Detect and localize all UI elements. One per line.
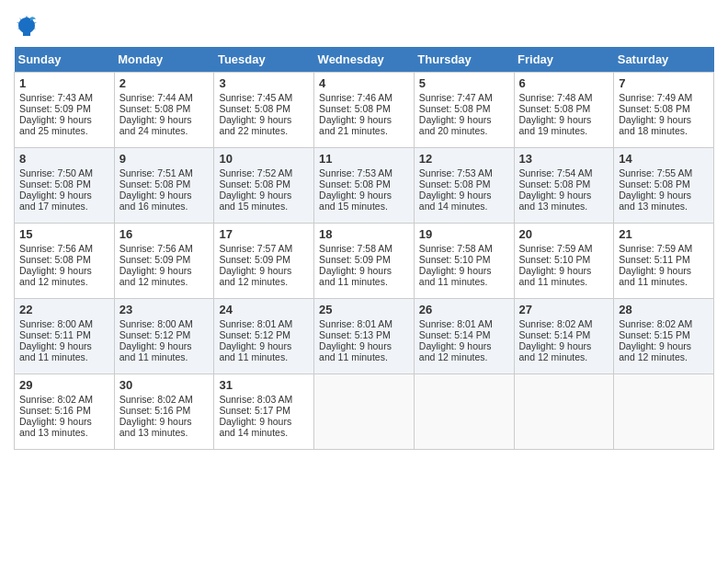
header-cell-thursday: Thursday	[414, 47, 514, 73]
daylight-text: Daylight: 9 hours and 11 minutes.	[219, 340, 291, 362]
sunset-text: Sunset: 5:08 PM	[619, 178, 690, 190]
day-number: 7	[619, 76, 709, 90]
sunset-text: Sunset: 5:08 PM	[319, 178, 391, 190]
sunrise-text: Sunrise: 7:56 AM	[119, 243, 193, 254]
header-cell-wednesday: Wednesday	[314, 47, 415, 73]
day-cell: 22Sunrise: 8:00 AMSunset: 5:11 PMDayligh…	[15, 299, 115, 374]
day-cell: 10Sunrise: 7:52 AMSunset: 5:08 PMDayligh…	[214, 148, 314, 224]
daylight-text: Daylight: 9 hours and 12 minutes.	[619, 340, 691, 362]
sunrise-text: Sunrise: 8:01 AM	[419, 318, 493, 329]
sunrise-text: Sunrise: 7:57 AM	[219, 243, 292, 254]
sunset-text: Sunset: 5:15 PM	[619, 329, 690, 340]
sunset-text: Sunset: 5:17 PM	[219, 405, 290, 416]
sunset-text: Sunset: 5:16 PM	[119, 405, 191, 416]
sunrise-text: Sunrise: 7:45 AM	[219, 92, 292, 103]
daylight-text: Daylight: 9 hours and 14 minutes.	[219, 416, 291, 438]
sunset-text: Sunset: 5:09 PM	[19, 103, 91, 114]
header-row: SundayMondayTuesdayWednesdayThursdayFrid…	[15, 47, 714, 73]
day-number: 1	[19, 76, 109, 90]
header-cell-sunday: Sunday	[15, 47, 115, 73]
day-cell: 3Sunrise: 7:45 AMSunset: 5:08 PMDaylight…	[214, 73, 314, 148]
daylight-text: Daylight: 9 hours and 17 minutes.	[19, 190, 92, 212]
daylight-text: Daylight: 9 hours and 20 minutes.	[419, 114, 492, 136]
day-cell: 2Sunrise: 7:44 AMSunset: 5:08 PMDaylight…	[114, 73, 214, 148]
daylight-text: Daylight: 9 hours and 24 minutes.	[119, 114, 192, 136]
sunrise-text: Sunrise: 7:53 AM	[319, 167, 392, 178]
sunset-text: Sunset: 5:11 PM	[619, 254, 690, 265]
sunrise-text: Sunrise: 7:49 AM	[619, 92, 692, 103]
day-number: 9	[119, 152, 210, 166]
daylight-text: Daylight: 9 hours and 13 minutes.	[19, 416, 92, 438]
day-number: 17	[219, 227, 309, 241]
sunrise-text: Sunrise: 7:58 AM	[419, 243, 493, 254]
sunrise-text: Sunrise: 7:46 AM	[319, 92, 392, 103]
sunset-text: Sunset: 5:08 PM	[119, 103, 191, 114]
day-number: 29	[19, 378, 109, 392]
calendar-table: SundayMondayTuesdayWednesdayThursdayFrid…	[14, 47, 714, 450]
day-number: 14	[619, 152, 709, 166]
day-number: 19	[419, 227, 509, 241]
header-cell-saturday: Saturday	[614, 47, 714, 73]
daylight-text: Daylight: 9 hours and 12 minutes.	[119, 265, 192, 287]
day-cell: 20Sunrise: 7:59 AMSunset: 5:10 PMDayligh…	[514, 224, 614, 299]
sunrise-text: Sunrise: 7:53 AM	[419, 167, 493, 178]
sunset-text: Sunset: 5:08 PM	[619, 103, 690, 114]
day-number: 27	[519, 303, 609, 316]
day-cell: 24Sunrise: 8:01 AMSunset: 5:12 PMDayligh…	[214, 299, 314, 374]
day-cell: 14Sunrise: 7:55 AMSunset: 5:08 PMDayligh…	[614, 148, 714, 224]
daylight-text: Daylight: 9 hours and 11 minutes.	[419, 265, 492, 287]
day-number: 26	[419, 303, 509, 316]
sunrise-text: Sunrise: 8:02 AM	[519, 318, 593, 329]
day-number: 28	[619, 303, 709, 316]
day-cell: 15Sunrise: 7:56 AMSunset: 5:08 PMDayligh…	[15, 224, 115, 299]
sunrise-text: Sunrise: 7:48 AM	[519, 92, 593, 103]
week-row-5: 29Sunrise: 8:02 AMSunset: 5:16 PMDayligh…	[15, 374, 714, 450]
sunset-text: Sunset: 5:09 PM	[119, 254, 191, 265]
daylight-text: Daylight: 9 hours and 19 minutes.	[519, 114, 592, 136]
day-cell: 9Sunrise: 7:51 AMSunset: 5:08 PMDaylight…	[114, 148, 214, 224]
sunset-text: Sunset: 5:08 PM	[519, 103, 591, 114]
day-number: 10	[219, 152, 309, 166]
calendar-body: 1Sunrise: 7:43 AMSunset: 5:09 PMDaylight…	[15, 73, 714, 450]
day-cell: 11Sunrise: 7:53 AMSunset: 5:08 PMDayligh…	[314, 148, 415, 224]
sunset-text: Sunset: 5:08 PM	[119, 178, 191, 190]
sunrise-text: Sunrise: 8:00 AM	[19, 318, 93, 329]
day-number: 24	[219, 303, 309, 316]
sunset-text: Sunset: 5:08 PM	[319, 103, 391, 114]
daylight-text: Daylight: 9 hours and 15 minutes.	[219, 190, 291, 212]
day-cell: 28Sunrise: 8:02 AMSunset: 5:15 PMDayligh…	[614, 299, 714, 374]
day-cell: 18Sunrise: 7:58 AMSunset: 5:09 PMDayligh…	[314, 224, 415, 299]
sunset-text: Sunset: 5:10 PM	[519, 254, 591, 265]
sunrise-text: Sunrise: 7:59 AM	[519, 243, 593, 254]
day-number: 12	[419, 152, 509, 166]
day-number: 16	[119, 227, 210, 241]
day-cell	[414, 374, 514, 450]
daylight-text: Daylight: 9 hours and 11 minutes.	[319, 340, 392, 362]
sunrise-text: Sunrise: 7:50 AM	[19, 167, 93, 178]
daylight-text: Daylight: 9 hours and 12 minutes.	[419, 340, 492, 362]
day-cell: 16Sunrise: 7:56 AMSunset: 5:09 PMDayligh…	[114, 224, 214, 299]
sunset-text: Sunset: 5:16 PM	[19, 405, 91, 416]
day-cell: 6Sunrise: 7:48 AMSunset: 5:08 PMDaylight…	[514, 73, 614, 148]
day-number: 20	[519, 227, 609, 241]
day-cell: 4Sunrise: 7:46 AMSunset: 5:08 PMDaylight…	[314, 73, 415, 148]
daylight-text: Daylight: 9 hours and 16 minutes.	[119, 190, 192, 212]
header-cell-tuesday: Tuesday	[214, 47, 314, 73]
day-cell: 29Sunrise: 8:02 AMSunset: 5:16 PMDayligh…	[15, 374, 115, 450]
daylight-text: Daylight: 9 hours and 22 minutes.	[219, 114, 291, 136]
sunrise-text: Sunrise: 7:56 AM	[19, 243, 93, 254]
sunset-text: Sunset: 5:14 PM	[419, 329, 491, 340]
day-number: 30	[119, 378, 210, 392]
day-cell	[514, 374, 614, 450]
day-number: 3	[219, 76, 309, 90]
sunrise-text: Sunrise: 8:02 AM	[19, 394, 93, 405]
daylight-text: Daylight: 9 hours and 12 minutes.	[219, 265, 291, 287]
week-row-1: 1Sunrise: 7:43 AMSunset: 5:09 PMDaylight…	[15, 73, 714, 148]
sunset-text: Sunset: 5:13 PM	[319, 329, 391, 340]
day-number: 21	[619, 227, 709, 241]
sunrise-text: Sunrise: 7:43 AM	[19, 92, 93, 103]
day-number: 6	[519, 76, 609, 90]
header-cell-friday: Friday	[514, 47, 614, 73]
day-cell: 19Sunrise: 7:58 AMSunset: 5:10 PMDayligh…	[414, 224, 514, 299]
sunrise-text: Sunrise: 7:58 AM	[319, 243, 392, 254]
